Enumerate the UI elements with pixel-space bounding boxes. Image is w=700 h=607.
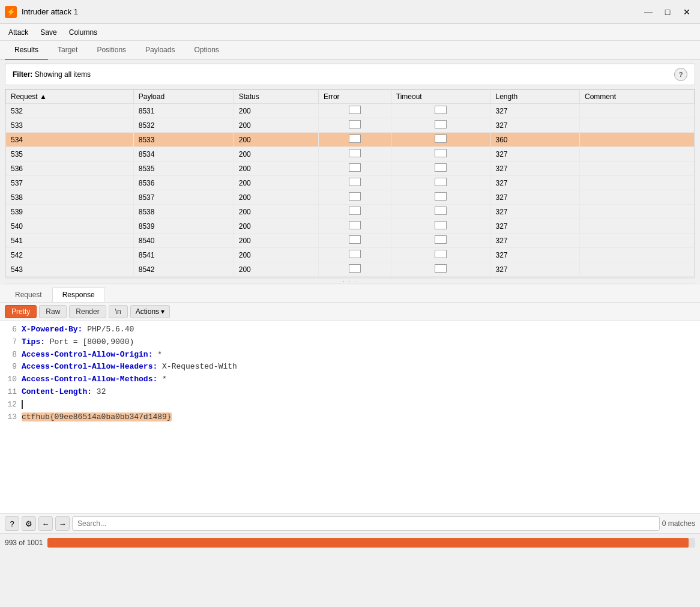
help-icon-button[interactable]: ?: [5, 516, 19, 531]
col-error[interactable]: Error: [318, 90, 391, 104]
cell-payload: 8540: [133, 234, 234, 248]
cell-comment: [580, 262, 695, 277]
bottom-bar: ? ⚙ ← → 0 matches: [0, 513, 700, 533]
cell-comment: [580, 133, 695, 147]
cell-timeout-checkbox: [435, 163, 447, 172]
table-row[interactable]: 5368535200327: [6, 162, 695, 176]
line-number: 9: [5, 361, 17, 373]
menu-save[interactable]: Save: [34, 26, 62, 39]
tab-options[interactable]: Options: [184, 41, 228, 60]
tab-positions[interactable]: Positions: [87, 41, 136, 60]
line-number: 10: [5, 373, 17, 386]
table-row[interactable]: 5428541200327: [6, 248, 695, 262]
cell-comment: [580, 176, 695, 190]
table-row[interactable]: 5328531200327: [6, 104, 695, 118]
next-button[interactable]: →: [55, 516, 70, 531]
maximize-button[interactable]: □: [659, 4, 676, 20]
col-request[interactable]: Request ▲: [6, 90, 134, 104]
tab-results[interactable]: Results: [5, 41, 48, 60]
line-content: Access-Control-Allow-Headers: X-Requeste…: [22, 361, 695, 373]
prev-button[interactable]: ←: [38, 516, 53, 531]
line-content: Access-Control-Allow-Origin: *: [22, 349, 695, 361]
cell-request: 536: [6, 162, 134, 176]
cell-payload: 8537: [133, 190, 234, 205]
line-content: ctfhub{09ee86514a0ba0bb347d1489}: [22, 411, 695, 424]
cell-request: 543: [6, 262, 134, 277]
btn-raw[interactable]: Raw: [39, 305, 67, 318]
cell-comment: [580, 205, 695, 219]
cell-length: 327: [490, 234, 580, 248]
col-timeout[interactable]: Timeout: [391, 90, 490, 104]
cell-status: 200: [234, 262, 318, 277]
cell-request: 540: [6, 219, 134, 234]
cell-error: [318, 162, 391, 176]
cell-error-checkbox: [349, 250, 361, 258]
btn-newline[interactable]: \n: [109, 305, 128, 318]
cell-timeout: [391, 133, 490, 147]
search-input[interactable]: [72, 516, 660, 531]
menu-attack[interactable]: Attack: [2, 26, 34, 39]
menu-columns[interactable]: Columns: [63, 26, 103, 39]
cell-payload: 8533: [133, 133, 234, 147]
cell-timeout: [391, 162, 490, 176]
table-row[interactable]: 5418540200327: [6, 234, 695, 248]
help-button[interactable]: ?: [674, 68, 687, 81]
code-key: Access-Control-Allow-Headers:: [22, 362, 157, 371]
cell-error: [318, 234, 391, 248]
code-key: X-Powered-By:: [22, 325, 82, 334]
code-value: PHP/5.6.40: [82, 325, 134, 334]
table-row[interactable]: 5408539200327: [6, 219, 695, 234]
code-value: 32: [92, 387, 106, 396]
code-value: Port = [8000,9000): [45, 337, 134, 346]
cell-timeout-checkbox: [435, 250, 447, 258]
table-row[interactable]: 5388537200327: [6, 190, 695, 205]
table-row[interactable]: 5378536200327: [6, 176, 695, 190]
filter-text: Filter: Showing all items: [13, 70, 91, 79]
btn-render[interactable]: Render: [69, 305, 106, 318]
status-text: 993 of 1001: [5, 539, 43, 547]
code-line: 9Access-Control-Allow-Headers: X-Request…: [5, 361, 695, 373]
cell-status: 200: [234, 190, 318, 205]
sub-tab-request[interactable]: Request: [5, 287, 52, 302]
tab-target[interactable]: Target: [48, 41, 87, 60]
app-icon: ⚡: [5, 6, 17, 18]
cell-payload: 8535: [133, 162, 234, 176]
cell-request: 534: [6, 133, 134, 147]
col-payload[interactable]: Payload: [133, 90, 234, 104]
cell-request: 533: [6, 118, 134, 133]
col-length[interactable]: Length: [490, 90, 580, 104]
cell-error: [318, 147, 391, 162]
cell-comment: [580, 190, 695, 205]
actions-dropdown[interactable]: Actions ▾: [130, 305, 170, 318]
cell-error: [318, 118, 391, 133]
tab-payloads[interactable]: Payloads: [136, 41, 184, 60]
cell-status: 200: [234, 234, 318, 248]
table-header-row: Request ▲ Payload Status Error Timeout L…: [6, 90, 695, 104]
line-number: 13: [5, 411, 17, 424]
code-value: X-Requested-With: [157, 362, 237, 371]
close-button[interactable]: ✕: [678, 4, 695, 20]
progress-bar-fill: [47, 538, 689, 548]
minimize-button[interactable]: —: [640, 4, 657, 20]
splitter-dots: · · ·: [343, 278, 357, 285]
btn-pretty[interactable]: Pretty: [5, 305, 37, 318]
settings-icon-button[interactable]: ⚙: [22, 516, 36, 531]
col-status[interactable]: Status: [234, 90, 318, 104]
table-row[interactable]: 5358534200327: [6, 147, 695, 162]
line-number: 12: [5, 399, 17, 411]
table-row[interactable]: 5438542200327: [6, 262, 695, 277]
cell-status: 200: [234, 162, 318, 176]
splitter[interactable]: · · ·: [5, 279, 695, 283]
cell-error: [318, 219, 391, 234]
table-row[interactable]: 5338532200327: [6, 118, 695, 133]
cell-length: 327: [490, 147, 580, 162]
sub-tabs: Request Response: [0, 285, 700, 303]
sub-tab-response[interactable]: Response: [52, 287, 105, 302]
code-key: Content-Length:: [22, 387, 92, 396]
cell-comment: [580, 219, 695, 234]
code-line: 10Access-Control-Allow-Methods: *: [5, 373, 695, 386]
line-number: 6: [5, 324, 17, 336]
table-row[interactable]: 5348533200360: [6, 133, 695, 147]
table-row[interactable]: 5398538200327: [6, 205, 695, 219]
col-comment[interactable]: Comment: [580, 90, 695, 104]
